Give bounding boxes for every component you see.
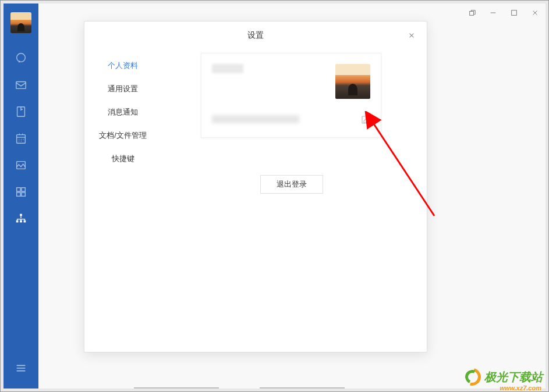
svg-rect-8 — [22, 193, 25, 196]
svg-rect-3 — [17, 135, 26, 144]
tab-profile[interactable]: 个人资料 — [84, 54, 161, 77]
close-icon[interactable] — [403, 27, 420, 44]
tab-content: 退出登录 — [161, 49, 427, 352]
profile-name-redacted — [212, 64, 243, 73]
profile-desc-row — [212, 115, 370, 124]
dialog-body: 个人资料 通用设置 消息通知 文档/文件管理 快捷键 — [84, 49, 427, 352]
logout-button[interactable]: 退出登录 — [260, 175, 323, 194]
calendar-icon[interactable] — [9, 125, 33, 152]
mail-icon[interactable] — [9, 72, 33, 98]
tab-shortcuts[interactable]: 快捷键 — [84, 147, 161, 170]
chat-icon[interactable] — [9, 45, 33, 72]
sidebar — [3, 3, 38, 389]
svg-rect-1 — [16, 82, 26, 89]
tab-files[interactable]: 文档/文件管理 — [84, 124, 161, 147]
thumb — [260, 387, 345, 389]
apps-icon[interactable] — [9, 179, 33, 205]
profile-desc-redacted — [212, 115, 299, 123]
svg-rect-11 — [20, 220, 22, 223]
tab-notifications[interactable]: 消息通知 — [84, 101, 161, 124]
watermark-url: www.xz7.com — [500, 384, 541, 391]
dialog-header: 设置 — [84, 22, 427, 49]
svg-rect-6 — [22, 188, 25, 191]
profile-card — [201, 53, 381, 138]
svg-rect-12 — [24, 220, 26, 223]
profile-name-row — [212, 64, 370, 99]
svg-rect-5 — [17, 188, 20, 191]
svg-rect-10 — [16, 220, 19, 223]
svg-point-0 — [17, 54, 26, 62]
thumb — [134, 387, 219, 389]
gallery-icon[interactable] — [9, 152, 33, 179]
docs-icon[interactable] — [9, 98, 33, 125]
org-icon[interactable] — [9, 205, 33, 232]
settings-dialog: 设置 个人资料 通用设置 消息通知 文档/文件管理 快捷键 — [84, 21, 427, 352]
tab-general[interactable]: 通用设置 — [84, 77, 161, 101]
dialog-title: 设置 — [247, 30, 264, 41]
menu-icon[interactable] — [9, 355, 33, 382]
svg-rect-7 — [17, 193, 20, 196]
edit-icon[interactable] — [361, 115, 370, 124]
svg-rect-9 — [20, 214, 22, 216]
main-area: 设置 个人资料 通用设置 消息通知 文档/文件管理 快捷键 — [38, 3, 546, 389]
app-window: 设置 个人资料 通用设置 消息通知 文档/文件管理 快捷键 — [3, 3, 546, 389]
tab-list: 个人资料 通用设置 消息通知 文档/文件管理 快捷键 — [84, 49, 161, 352]
profile-picture[interactable] — [335, 64, 370, 99]
avatar[interactable] — [10, 12, 31, 33]
